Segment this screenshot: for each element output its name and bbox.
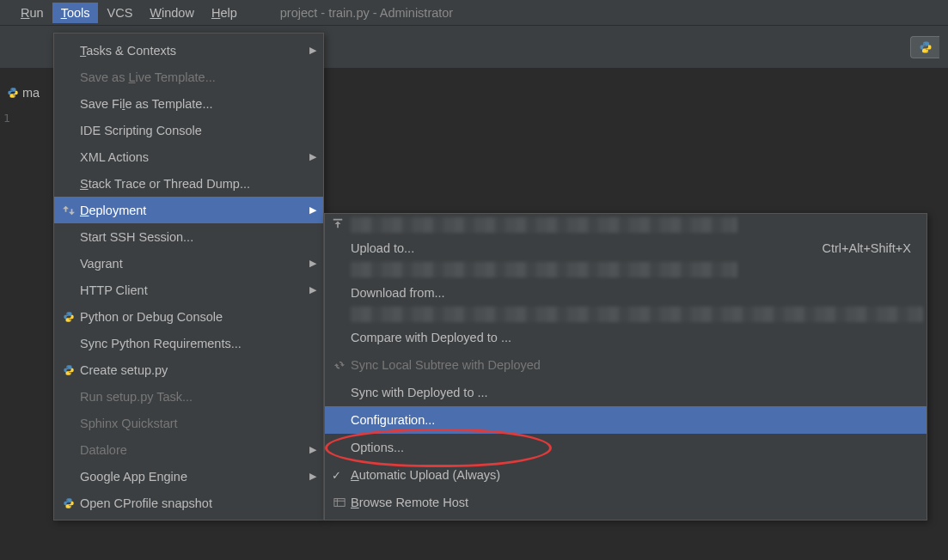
deploy-icon xyxy=(61,203,76,218)
menu-item-label: Python or Debug Console xyxy=(80,310,316,324)
menu-item-start-ssh-session[interactable]: Start SSH Session... xyxy=(54,223,323,250)
menu-vcs[interactable]: VCS xyxy=(98,3,141,23)
menu-item-label: Save as Live Template... xyxy=(80,70,316,84)
menu-item-deployment[interactable]: Deployment▶ xyxy=(54,197,323,223)
menu-item-label: Options... xyxy=(351,441,920,454)
submenu-item-configuration[interactable]: Configuration... xyxy=(325,406,927,434)
menu-item-label: Automatic Upload (Always) xyxy=(351,468,920,482)
menu-item-label: Deployment xyxy=(80,204,308,217)
submenu-item-sync-local-subtree-with-deployed: Sync Local Subtree with Deployed xyxy=(325,351,927,379)
submenu-item-upload-to[interactable]: Upload to...Ctrl+Alt+Shift+X xyxy=(325,234,927,262)
menu-item-label: Browse Remote Host xyxy=(351,496,920,509)
menu-item-create-setup-py[interactable]: Create setup.py xyxy=(54,356,323,383)
file-tab-label: ma xyxy=(22,86,40,100)
svg-rect-0 xyxy=(334,499,345,507)
redacted-row xyxy=(351,217,737,233)
submenu-arrow-icon: ▶ xyxy=(308,151,316,162)
python-config-badge[interactable] xyxy=(910,36,939,58)
python-icon xyxy=(919,40,933,54)
menu-item-xml-actions[interactable]: XML Actions▶ xyxy=(54,143,323,170)
python-icon xyxy=(61,309,76,325)
line-number: 1 xyxy=(3,112,10,125)
menu-item-label: Sync Python Requirements... xyxy=(80,337,316,350)
menu-item-label: IDE Scripting Console xyxy=(80,124,316,137)
menu-item-python-or-debug-console[interactable]: Python or Debug Console xyxy=(54,303,323,330)
redacted-row xyxy=(351,262,737,277)
upload-top-icon xyxy=(332,217,344,232)
submenu-arrow-icon: ▶ xyxy=(308,204,316,216)
menu-item-label: Sync with Deployed to ... xyxy=(351,386,920,399)
submenu-arrow-icon: ▶ xyxy=(308,444,316,455)
menu-item-label: HTTP Client xyxy=(80,283,308,297)
submenu-arrow-icon: ▶ xyxy=(308,258,316,269)
menu-item-label: Tasks & Contexts xyxy=(80,44,308,58)
menu-item-label: Create setup.py xyxy=(80,363,316,377)
window-title: project - train.py - Administrator xyxy=(280,6,453,20)
sync-icon xyxy=(332,357,347,373)
browse-icon xyxy=(332,495,347,510)
deployment-submenu: Upload to...Ctrl+Alt+Shift+XDownload fro… xyxy=(324,213,927,520)
menu-item-label: Open CProfile snapshot xyxy=(80,496,316,510)
submenu-item-download-from[interactable]: Download from... xyxy=(325,279,927,307)
menu-item-label: Configuration... xyxy=(351,413,920,427)
open-file-tab[interactable]: ma xyxy=(7,86,40,100)
menu-item-label: Save File as Template... xyxy=(80,97,316,111)
submenu-arrow-icon: ▶ xyxy=(308,284,316,295)
python-icon xyxy=(7,87,19,99)
menu-item-tasks-contexts[interactable]: Tasks & Contexts▶ xyxy=(54,37,323,64)
menu-item-label: Vagrant xyxy=(80,257,308,271)
submenu-item-sync-with-deployed-to[interactable]: Sync with Deployed to ... xyxy=(325,379,927,406)
menu-item-label: Sphinx Quickstart xyxy=(80,417,316,430)
menu-item-stack-trace-or-thread-dump[interactable]: Stack Trace or Thread Dump... xyxy=(54,170,323,197)
menu-item-vagrant[interactable]: Vagrant▶ xyxy=(54,250,323,277)
menu-item-sphinx-quickstart: Sphinx Quickstart xyxy=(54,410,323,436)
menu-item-label: Download from... xyxy=(351,286,920,300)
snapshot-icon xyxy=(61,496,76,511)
menu-item-open-cprofile-snapshot[interactable]: Open CProfile snapshot xyxy=(54,490,323,516)
menu-run[interactable]: Run xyxy=(12,3,52,23)
menu-item-sync-python-requirements[interactable]: Sync Python Requirements... xyxy=(54,330,323,356)
menu-item-google-app-engine[interactable]: Google App Engine▶ xyxy=(54,463,323,490)
shortcut-label: Ctrl+Alt+Shift+X xyxy=(822,241,920,255)
menu-tools[interactable]: Tools xyxy=(52,3,99,23)
menu-window[interactable]: Window xyxy=(141,3,203,23)
menu-item-label: Compare with Deployed to ... xyxy=(351,331,920,344)
menubar: Run Tools VCS Window Help project - trai… xyxy=(0,0,948,26)
submenu-item-options[interactable]: Options... xyxy=(325,434,927,461)
submenu-arrow-icon: ▶ xyxy=(308,45,316,56)
menu-item-label: Start SSH Session... xyxy=(80,230,316,244)
submenu-item-compare-with-deployed-to[interactable]: Compare with Deployed to ... xyxy=(325,324,927,351)
menu-item-save-file-as-template[interactable]: Save File as Template... xyxy=(54,90,323,117)
submenu-arrow-icon: ▶ xyxy=(308,471,316,482)
menu-item-ide-scripting-console[interactable]: IDE Scripting Console xyxy=(54,117,323,143)
menu-item-label: Run setup.py Task... xyxy=(80,390,316,404)
menu-item-label: Sync Local Subtree with Deployed xyxy=(351,358,920,372)
submenu-item-browse-remote-host[interactable]: Browse Remote Host xyxy=(325,489,927,516)
menu-item-run-setup-py-task: Run setup.py Task... xyxy=(54,383,323,410)
menu-item-label: Datalore xyxy=(80,443,308,457)
menu-item-label: XML Actions xyxy=(80,150,308,164)
menu-item-http-client[interactable]: HTTP Client▶ xyxy=(54,277,323,303)
python-icon xyxy=(61,362,76,378)
menu-item-save-as-live-template: Save as Live Template... xyxy=(54,64,323,90)
redacted-row xyxy=(351,307,923,322)
menu-item-datalore: Datalore▶ xyxy=(54,436,323,463)
menu-help[interactable]: Help xyxy=(203,3,246,23)
menu-item-label: Google App Engine xyxy=(80,470,308,484)
menu-item-label: Upload to... xyxy=(351,241,822,255)
check-icon: ✓ xyxy=(332,469,341,482)
submenu-item-automatic-upload-always[interactable]: ✓Automatic Upload (Always) xyxy=(325,461,927,489)
tools-dropdown: Tasks & Contexts▶Save as Live Template..… xyxy=(53,33,324,520)
menu-item-label: Stack Trace or Thread Dump... xyxy=(80,177,316,191)
